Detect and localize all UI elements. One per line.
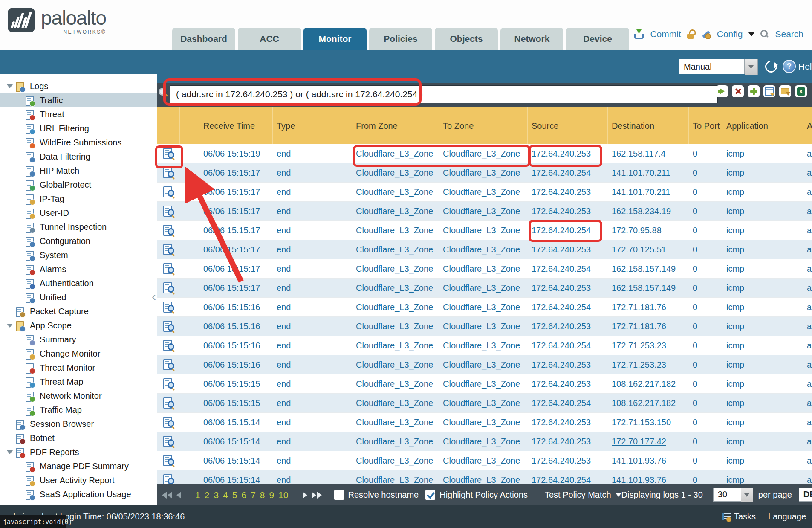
cell-source[interactable]: 172.64.240.254	[528, 394, 608, 412]
cell-type[interactable]: end	[273, 298, 352, 316]
page-link-1[interactable]: 1	[195, 490, 200, 500]
cell-to-port[interactable]: 0	[689, 413, 722, 432]
sidebar-item-hip-match[interactable]: HIP Match	[0, 164, 157, 178]
cell-source[interactable]: 172.64.240.253	[528, 202, 608, 220]
column-header-source[interactable]: Source	[528, 107, 608, 144]
cell-application[interactable]: icmp	[722, 144, 803, 163]
sidebar-item-data-filtering[interactable]: Data Filtering	[0, 150, 157, 164]
cell-action[interactable]: al	[803, 355, 812, 374]
cell-from-zone[interactable]: Cloudflare_L3_Zone	[352, 279, 439, 297]
tab-network[interactable]: Network	[500, 28, 563, 50]
tab-objects[interactable]: Objects	[435, 28, 498, 50]
cell-from-zone[interactable]: Cloudflare_L3_Zone	[352, 413, 439, 432]
highlight-policy-actions-checkbox[interactable]	[425, 490, 435, 500]
export-csv-icon[interactable]: X	[795, 85, 807, 97]
cell-to-zone[interactable]: Cloudflare_L3_Zone	[439, 240, 528, 259]
cell-application[interactable]: icmp	[722, 451, 803, 470]
cell-from-zone[interactable]: Cloudflare_L3_Zone	[352, 163, 439, 182]
tab-acc[interactable]: ACC	[238, 28, 301, 50]
cell-receive-time[interactable]: 06/06 15:15:14	[199, 432, 273, 451]
cell-to-zone[interactable]: Cloudflare_L3_Zone	[439, 202, 528, 220]
cell-type[interactable]: end	[273, 394, 352, 412]
cell-to-port[interactable]: 0	[689, 394, 722, 412]
per-page-value[interactable]: 30	[713, 488, 741, 502]
sidebar-item-tunnel-inspection[interactable]: Tunnel Inspection	[0, 220, 157, 234]
log-detail-magnifier-icon[interactable]	[157, 240, 180, 259]
cell-to-zone[interactable]: Cloudflare_L3_Zone	[439, 183, 528, 201]
cell-application[interactable]: icmp	[722, 202, 803, 220]
first-page-button[interactable]	[162, 492, 172, 499]
cell-action[interactable]: al	[803, 413, 812, 432]
search-button[interactable]: Search	[775, 29, 803, 39]
cell-to-zone[interactable]: Cloudflare_L3_Zone	[439, 163, 528, 182]
cell-application[interactable]: icmp	[722, 394, 803, 412]
sidebar-item-user-id[interactable]: User-ID	[0, 206, 157, 220]
cell-source[interactable]: 172.64.240.253	[528, 451, 608, 470]
cell-receive-time[interactable]: 06/06 15:15:16	[199, 317, 273, 336]
sidebar-item-manage-pdf-summary[interactable]: Manage PDF Summary	[0, 459, 157, 473]
cell-action[interactable]: al	[803, 202, 812, 220]
cell-destination[interactable]: 141.101.70.211	[608, 163, 689, 182]
cell-to-port[interactable]: 0	[689, 163, 722, 182]
cell-receive-time[interactable]: 06/06 15:15:17	[199, 279, 273, 297]
sidebar-item-authentication[interactable]: Authentication	[0, 276, 157, 290]
sidebar-item-unified[interactable]: Unified	[0, 290, 157, 305]
per-page-select[interactable]: 30	[713, 488, 753, 502]
column-header-receive-time[interactable]: Receive Time	[199, 107, 273, 144]
cell-receive-time[interactable]: 06/06 15:15:17	[199, 183, 273, 201]
cell-receive-time[interactable]: 06/06 15:15:15	[199, 374, 273, 393]
cell-type[interactable]: end	[273, 279, 352, 297]
column-header-flag[interactable]	[180, 107, 199, 144]
cell-type[interactable]: end	[273, 374, 352, 393]
expand-arrow-icon[interactable]	[6, 84, 14, 88]
cell-type[interactable]: end	[273, 451, 352, 470]
cell-to-zone[interactable]: Cloudflare_L3_Zone	[439, 298, 528, 316]
cell-to-port[interactable]: 0	[689, 317, 722, 336]
sidebar-item-wildfire-submissions[interactable]: WildFire Submissions	[0, 136, 157, 150]
cell-from-zone[interactable]: Cloudflare_L3_Zone	[352, 336, 439, 355]
cell-to-port[interactable]: 0	[689, 183, 722, 201]
page-link-9[interactable]: 9	[269, 490, 275, 500]
tab-device[interactable]: Device	[566, 28, 629, 50]
tasks-button[interactable]: Tasks	[734, 512, 756, 522]
cell-destination[interactable]: 141.101.70.211	[608, 183, 689, 201]
cell-destination[interactable]: 162.158.157.149	[608, 279, 689, 297]
cell-action[interactable]: al	[803, 451, 812, 470]
sidebar-item-alarms[interactable]: Alarms	[0, 262, 157, 276]
cell-from-zone[interactable]: Cloudflare_L3_Zone	[352, 240, 439, 259]
cell-application[interactable]: icmp	[722, 413, 803, 432]
sidebar-item-system[interactable]: System	[0, 248, 157, 262]
sort-order-select[interactable]: DESC	[799, 488, 812, 502]
log-detail-magnifier-icon[interactable]	[157, 279, 180, 297]
log-filter-input[interactable]: ( addr.src in 172.64.240.253 ) or ( addr…	[170, 85, 718, 103]
lock-icon[interactable]	[687, 29, 695, 39]
cell-type[interactable]: end	[273, 163, 352, 182]
log-detail-magnifier-icon[interactable]	[157, 221, 180, 240]
page-link-2[interactable]: 2	[205, 490, 210, 500]
cell-to-zone[interactable]: Cloudflare_L3_Zone	[439, 336, 528, 355]
cell-destination[interactable]: 172.71.181.76	[608, 298, 689, 316]
config-menu-button[interactable]: Config	[717, 29, 743, 39]
cell-receive-time[interactable]: 06/06 15:15:16	[199, 355, 273, 374]
config-caret-icon[interactable]	[748, 32, 754, 36]
cell-source[interactable]: 172.64.240.253	[528, 183, 608, 201]
filter-builder-icon[interactable]	[763, 85, 775, 97]
cell-application[interactable]: icmp	[722, 336, 803, 355]
cell-from-zone[interactable]: Cloudflare_L3_Zone	[352, 355, 439, 374]
cell-to-port[interactable]: 0	[689, 355, 722, 374]
cell-to-port[interactable]: 0	[689, 144, 722, 163]
commit-button[interactable]: Commit	[650, 29, 681, 39]
help-control[interactable]: ? Help	[783, 60, 812, 73]
cell-source[interactable]: 172.64.240.254	[528, 221, 608, 240]
resolve-hostname-checkbox[interactable]	[334, 490, 344, 500]
sidebar-item-summary[interactable]: Summary	[0, 333, 157, 347]
cell-application[interactable]: icmp	[722, 355, 803, 374]
sidebar-item-ip-tag[interactable]: IP-Tag	[0, 192, 157, 206]
column-header-destination[interactable]: Destination	[608, 107, 689, 144]
log-detail-magnifier-icon[interactable]	[157, 202, 180, 220]
cell-from-zone[interactable]: Cloudflare_L3_Zone	[352, 144, 439, 163]
cell-application[interactable]: icmp	[722, 432, 803, 451]
cell-to-port[interactable]: 0	[689, 221, 722, 240]
cell-source[interactable]: 172.64.240.253	[528, 413, 608, 432]
add-filter-icon[interactable]	[748, 85, 760, 97]
